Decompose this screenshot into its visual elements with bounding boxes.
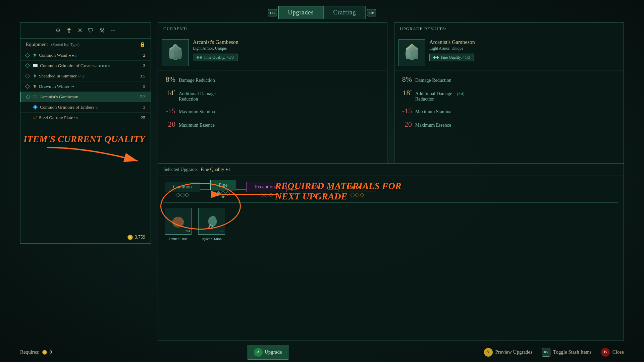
material-count: 2/4: [185, 229, 190, 233]
quality-node-exceptional[interactable]: Exceptional: [246, 182, 287, 192]
quality-node-common[interactable]: Common: [165, 182, 200, 192]
quality-segment-common: Common: [165, 182, 200, 197]
item-level: 2: [137, 53, 145, 58]
track-line: [287, 189, 297, 190]
quality-node-legendary[interactable]: Legendary: [338, 182, 376, 192]
top-nav: LB Upgrades Crafting RB: [0, 0, 644, 22]
upgrade-results-header: UPGRADE RESULTS:: [394, 23, 624, 35]
gold-coin-icon: [127, 235, 133, 240]
filter-icons: ⚙ 🗡 ✕ 🛡 ⚒ ↔: [20, 23, 151, 39]
upgrade-item-preview: Arcanist's Gambeson Light Armor, Unique …: [394, 35, 624, 70]
upgrade-header-text: Selected Upgrade:: [163, 167, 198, 172]
filter-icon-5[interactable]: ⚒: [99, 27, 105, 34]
item-level: 5: [137, 84, 145, 89]
list-item[interactable]: 🗡 Sheathed in Summer •☆◇ 3.5: [20, 71, 151, 81]
upgrade-button[interactable]: A Upgrade: [248, 345, 288, 360]
stat-value: 14*: [163, 88, 175, 97]
preview-upgrades-button[interactable]: Y Preview Upgrades: [484, 348, 532, 357]
list-item[interactable]: 💠 Common Grimoire of Embers ☆ 3: [20, 102, 151, 113]
stat-row: 8% Damage Reduction: [400, 75, 618, 84]
current-item-thumbnail: [162, 39, 189, 66]
materials-area: 2/4 Tanned Hide: [158, 203, 624, 245]
lock-icon: 🔒: [140, 42, 145, 47]
diamond-icon: [25, 74, 30, 78]
item-level: 3.5: [137, 73, 145, 79]
a-button: A: [254, 348, 263, 357]
list-item[interactable]: 🛡 Arcanist's Gambeson 7.2: [20, 92, 151, 102]
upgrade-stats-area: 8% Damage Reduction 18* Additional Damag…: [394, 70, 624, 138]
stat-value: -20: [163, 120, 175, 129]
upgrade-label: Upgrade: [265, 349, 282, 355]
stat-row: 18* Additional DamageReduction (+4): [400, 88, 618, 102]
filter-icon-2[interactable]: 🗡: [66, 27, 72, 34]
list-item[interactable]: 🗡 Common Wand ★★☆ 2: [20, 50, 151, 61]
item-type-icon: 🛡: [33, 115, 37, 120]
stat-row: -20 Maximum Essence: [163, 120, 382, 129]
item-list: 🗡 Common Wand ★★☆ 2 📖 Common Grimoire of…: [20, 50, 151, 231]
requires-label: Requires:: [20, 349, 40, 355]
current-item-title: Arcanist's Gambeson: [193, 39, 383, 45]
upgrade-button-area: A Upgrade: [248, 345, 288, 360]
list-item[interactable]: 🗡 Drawn in Winter ••• 5: [20, 81, 151, 92]
material-name: Tanned Hide: [169, 237, 187, 241]
selected-arrow: [221, 196, 225, 198]
diamond-icon: [26, 95, 31, 99]
list-item[interactable]: 🛡 Steel Garrote Plate •☆ 25: [20, 113, 151, 123]
stat-value: 8%: [163, 75, 175, 84]
main-container: LB Upgrades Crafting RB ⚙ 🗡 ✕ 🛡 ⚒ ↔ Equi…: [0, 0, 644, 362]
material-name: Hylea's Talon: [202, 237, 222, 241]
current-item-preview: Arcanist's Gambeson Light Armor, Unique …: [158, 35, 387, 70]
quality-pips: [197, 56, 202, 59]
close-button[interactable]: B Close: [601, 348, 624, 357]
item-name: Arcanist's Gambeson: [40, 94, 137, 100]
stat-label: Damage Reduction: [415, 78, 451, 83]
equipment-label: Equipment: [26, 42, 48, 47]
cost-section: Requires: 0: [20, 349, 52, 355]
upgrade-section: Selected Upgrade: Fine Quality +1 Common: [158, 163, 624, 341]
current-item-info: Arcanist's Gambeson Light Armor, Unique …: [193, 39, 383, 61]
cost-amount: 0: [50, 349, 52, 355]
content-area: ⚙ 🗡 ✕ 🛡 ⚒ ↔ Equipment (Sorted by: Type) …: [0, 22, 644, 341]
stat-value: 18*: [400, 88, 412, 97]
current-stats-area: 8% Damage Reduction 14* Additional Damag…: [158, 70, 387, 138]
item-name: Drawn in Winter •••: [39, 84, 137, 89]
filter-icon-4[interactable]: 🛡: [88, 27, 94, 34]
material-slot-2: 0/2 Hylea's Talon: [198, 208, 225, 241]
item-name: Steel Garrote Plate •☆: [39, 115, 137, 120]
filter-icon-6[interactable]: ↔: [110, 27, 116, 34]
stat-row: -15 Maximum Stamina: [400, 107, 618, 115]
y-button: Y: [484, 348, 493, 357]
equipment-sort: (Sorted by: Type): [51, 42, 79, 47]
tab-upgrades[interactable]: Upgrades: [278, 6, 324, 19]
stat-row: -20 Maximum Essence: [400, 120, 618, 129]
left-panel: ⚙ 🗡 ✕ 🛡 ⚒ ↔ Equipment (Sorted by: Type) …: [20, 22, 151, 244]
quality-pip: [200, 56, 202, 59]
quality-track: Common Fine: [158, 176, 624, 202]
stat-label: Maximum Stamina: [415, 109, 451, 115]
stat-value: -15: [163, 107, 175, 115]
upgrade-item-type: Light Armor, Unique: [429, 46, 620, 51]
item-name: Common Grimoire of Greater... ★★★☆: [40, 63, 137, 68]
material-slot-1: 2/4 Tanned Hide: [165, 208, 192, 241]
upgrade-section-header: Selected Upgrade: Fine Quality +1: [158, 164, 624, 176]
stat-label: Additional DamageReduction: [415, 91, 452, 102]
list-item[interactable]: 📖 Common Grimoire of Greater... ★★★☆ 3: [20, 61, 151, 71]
quality-node-fine[interactable]: Fine: [210, 180, 236, 190]
quality-node-superb[interactable]: Superb: [297, 182, 328, 192]
toggle-stash-label: Toggle Stash Items: [553, 349, 592, 355]
material-box-hylea-talon: 0/2: [198, 208, 225, 235]
item-type-icon: 🗡: [33, 84, 37, 89]
svg-rect-1: [411, 51, 414, 56]
upgrade-results-panel: UPGRADE RESULTS:: [394, 22, 624, 163]
current-panel-header: CURRENT:: [158, 23, 387, 35]
stat-value: 8%: [400, 75, 412, 84]
filter-icon-3[interactable]: ✕: [77, 27, 83, 34]
svg-rect-0: [174, 51, 177, 56]
filter-icon-1[interactable]: ⚙: [55, 27, 61, 34]
toggle-stash-button[interactable]: RS Toggle Stash Items: [542, 348, 592, 357]
tab-crafting[interactable]: Crafting: [323, 6, 366, 19]
upgrade-quality-label: Fine Quality, +1/3: [441, 55, 470, 60]
upgrade-header-value: Fine Quality +1: [201, 167, 230, 172]
upgrade-item-title: Arcanist's Gambeson: [429, 39, 620, 45]
stat-value: -20: [400, 120, 412, 129]
